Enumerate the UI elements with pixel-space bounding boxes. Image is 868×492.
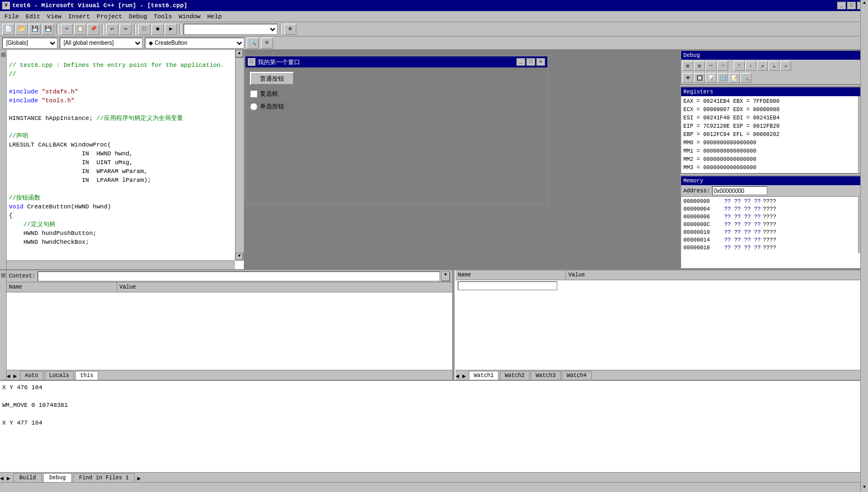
mem-row-1: 00000004 ?? ?? ?? ?? ???? <box>683 206 856 213</box>
toolbar-save2[interactable]: 💾 <box>42 24 54 35</box>
tab-find-in-files[interactable]: Find in Files 1 <box>73 473 135 482</box>
menu-tools[interactable]: Tools <box>150 12 175 21</box>
toolbar-paste[interactable]: 📌 <box>87 24 100 35</box>
toolbar-build1[interactable]: □ <box>138 24 150 35</box>
output-tab-arrow-right[interactable]: ► <box>7 475 13 482</box>
context-input[interactable] <box>38 271 440 281</box>
nv-tab-arrow-left[interactable]: ◄ <box>456 373 462 380</box>
tab-this[interactable]: this <box>75 371 98 380</box>
popup-maximize[interactable]: □ <box>526 58 535 66</box>
status-bar <box>0 482 868 492</box>
minimize-button[interactable]: _ <box>837 2 846 9</box>
registers-content: EAX = 00241EB4 EBX = 7FFDE000 ECX = 0000… <box>681 96 858 173</box>
left-strip <box>0 50 7 269</box>
main-scroll-up[interactable]: ▲ <box>861 0 868 8</box>
v-scrollbar[interactable]: ▲ ▼ <box>235 50 244 260</box>
scroll-down[interactable]: ▼ <box>236 253 243 260</box>
debug-btn1[interactable]: ⊞ <box>682 61 693 71</box>
debug-btn4[interactable]: → <box>717 61 728 71</box>
popup-close[interactable]: ✕ <box>536 58 545 66</box>
toolbar-cut[interactable]: ✂ <box>61 24 73 35</box>
toolbar-sep1 <box>56 24 59 34</box>
debug-btn5[interactable]: ↑ <box>734 61 745 71</box>
toolbar-open[interactable]: 📂 <box>15 24 28 35</box>
menu-debug[interactable]: Debug <box>126 12 150 21</box>
main-scrollbar-right[interactable]: ▲ ▼ <box>860 0 868 492</box>
debug-btn13[interactable]: 🔢 <box>717 73 728 83</box>
debug-btn6[interactable]: ↓ <box>745 61 756 71</box>
context-dropdown[interactable]: ▼ <box>441 271 450 281</box>
context-bar: Context: ▼ <box>7 270 452 282</box>
debug-btn11[interactable]: 🔲 <box>694 73 705 83</box>
center-area: □ 我的第一个窗口 _ □ ✕ 普通按钮 <box>244 50 680 269</box>
debug-sep <box>729 61 733 71</box>
function-combo[interactable]: ◆ CreateButton <box>145 38 244 49</box>
toolbar-combo1[interactable] <box>184 24 278 35</box>
nv-tab-arrow-right[interactable]: ► <box>462 373 469 380</box>
radio-input[interactable] <box>250 103 258 111</box>
debug-btn15[interactable]: 🔍 <box>740 73 751 83</box>
debug-btn9[interactable]: ⇒ <box>780 61 791 71</box>
menu-file[interactable]: File <box>1 12 22 21</box>
popup-window[interactable]: □ 我的第一个窗口 _ □ ✕ 普通按钮 <box>244 55 548 205</box>
toolbar-zoom[interactable]: ⊕ <box>284 24 296 35</box>
code-content: // test6.cpp : Defines the entry point f… <box>7 50 244 258</box>
toolbar-new[interactable]: 📄 <box>2 24 14 35</box>
toolbar-sep4 <box>179 24 181 34</box>
main-scroll-down[interactable]: ▼ <box>861 484 868 492</box>
menu-help[interactable]: Help <box>204 12 225 21</box>
tab-watch3[interactable]: Watch3 <box>531 371 561 380</box>
tab-debug[interactable]: Debug <box>43 473 72 482</box>
tab-arrow-right[interactable]: ► <box>13 373 20 380</box>
title-bar: V test6 - Microsoft Visual C++ [run] - [… <box>0 0 868 11</box>
popup-controls: _ □ ✕ <box>516 58 545 66</box>
toolbar-copy[interactable]: 📋 <box>74 24 86 35</box>
debug-btn8[interactable]: ↘ <box>768 61 780 71</box>
code-editor[interactable]: // test6.cpp : Defines the entry point f… <box>7 50 244 269</box>
globals-combo[interactable]: [Globals] <box>2 38 57 49</box>
reg-row-7: MM2 = 0000000000000000 <box>683 155 856 164</box>
debug-btn10[interactable]: 👁 <box>682 73 693 83</box>
output-tab-arrow-left[interactable]: ◄ <box>0 475 7 482</box>
checkbox-input[interactable] <box>250 90 258 98</box>
normal-button[interactable]: 普通按钮 <box>250 72 294 85</box>
output-tab-end[interactable]: ► <box>137 475 144 482</box>
menu-insert[interactable]: Insert <box>65 12 93 21</box>
menu-project[interactable]: Project <box>93 12 126 21</box>
tab-watch1[interactable]: Watch1 <box>469 371 499 380</box>
tab-build[interactable]: Build <box>13 473 42 482</box>
toolbar-list[interactable]: ≡ <box>261 38 273 49</box>
popup-minimize[interactable]: _ <box>516 58 525 66</box>
toolbar2: [Globals] [All global members] ◆ CreateB… <box>0 36 868 50</box>
toolbar-build3[interactable]: ▶ <box>165 24 177 35</box>
debug-btn14[interactable]: 📝 <box>729 73 740 83</box>
toolbar-undo[interactable]: ↩ <box>106 24 118 35</box>
menu-window[interactable]: Window <box>175 12 204 21</box>
menu-edit[interactable]: Edit <box>22 12 43 21</box>
tab-watch2[interactable]: Watch2 <box>500 371 530 380</box>
nv-input-row <box>456 280 868 291</box>
context-label: Context: <box>9 273 35 279</box>
watch-col-name: Name <box>7 282 117 292</box>
tab-locals[interactable]: Locals <box>44 371 74 380</box>
memory-address-input[interactable] <box>712 186 767 195</box>
tab-auto[interactable]: Auto <box>20 371 43 380</box>
members-combo[interactable]: [All global members] <box>60 38 143 49</box>
toolbar-redo[interactable]: ↪ <box>119 24 132 35</box>
menu-view[interactable]: View <box>44 12 65 21</box>
tab-arrow-left[interactable]: ◄ <box>7 373 13 380</box>
debug-btn3[interactable]: ↔ <box>705 61 717 71</box>
h-scrollbar[interactable] <box>7 260 235 269</box>
scroll-up[interactable]: ▲ <box>236 50 243 57</box>
nv-name-input[interactable] <box>458 281 557 290</box>
maximize-button[interactable]: □ <box>847 2 856 9</box>
debug-btn12[interactable]: 📊 <box>705 73 717 83</box>
toolbar-save[interactable]: 💾 <box>29 24 41 35</box>
output-content: X Y 476 164 WM_MOVE 0 10748381 X Y 477 1… <box>0 381 868 472</box>
toolbar-build2[interactable]: ■ <box>151 24 164 35</box>
debug-btn7[interactable]: ↗ <box>757 61 768 71</box>
debug-panel: Debug ✕ ⊞ ⊟ ↔ → ↑ ↓ ↗ ↘ ⇒ <box>680 50 868 85</box>
debug-btn2[interactable]: ⊟ <box>694 61 705 71</box>
tab-watch4[interactable]: Watch4 <box>562 371 592 380</box>
toolbar-search[interactable]: 🔍 <box>247 38 259 49</box>
